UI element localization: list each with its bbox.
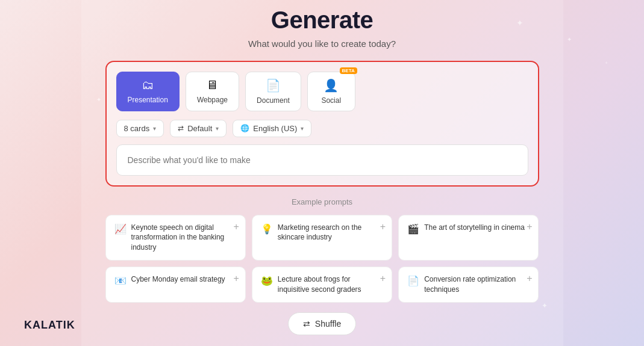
tab-document[interactable]: 📄 Document xyxy=(245,72,301,111)
webpage-icon: 🖥 xyxy=(206,78,218,92)
tab-social[interactable]: BETA 👤 Social xyxy=(307,72,355,111)
type-tabs-container: 🗂 Presentation 🖥 Webpage 📄 Document BETA… xyxy=(116,72,528,111)
cards-select[interactable]: 8 cards ▾ xyxy=(116,120,164,137)
prompt-icon-2: 💡 xyxy=(261,223,273,235)
page-background: ✦ ✦ + ✦ + ✦ Generate What would you like… xyxy=(0,0,644,346)
star-decoration: ✦ xyxy=(567,36,572,43)
prompt-add-1[interactable]: + xyxy=(233,221,239,232)
prompt-icon-3: 🎬 xyxy=(407,223,419,235)
prompt-icon-5: 🐸 xyxy=(261,275,273,286)
page-subtitle: What would you like to create today? xyxy=(248,39,396,49)
prompt-card-4[interactable]: 📧 Cyber Monday email strategy + xyxy=(105,267,246,303)
prompts-grid: 📈 Keynote speech on digital transformati… xyxy=(105,215,539,303)
prompt-card-2[interactable]: 💡 Marketing research on the skincare ind… xyxy=(252,215,392,261)
layout-icon: ⇄ xyxy=(178,124,184,132)
prompt-add-2[interactable]: + xyxy=(380,221,386,232)
language-flag-icon: 🌐 xyxy=(240,124,249,132)
language-value: English (US) xyxy=(253,124,297,133)
cards-value: 8 cards xyxy=(124,124,150,133)
shuffle-button[interactable]: ⇄ Shuffle xyxy=(288,312,356,335)
prompt-text-1: Keynote speech on digital transformation… xyxy=(131,223,237,253)
prompt-card-3[interactable]: 🎬 The art of storytelling in cinema + xyxy=(398,215,539,261)
prompt-add-5[interactable]: + xyxy=(380,273,386,284)
beta-badge: BETA xyxy=(340,67,357,74)
main-content: Generate What would you like to create t… xyxy=(81,0,563,346)
prompt-text-2: Marketing research on the skincare indus… xyxy=(278,223,383,243)
creation-panel: 🗂 Presentation 🖥 Webpage 📄 Document BETA… xyxy=(105,61,539,187)
prompt-card-1[interactable]: 📈 Keynote speech on digital transformati… xyxy=(105,215,246,261)
cards-caret-icon: ▾ xyxy=(153,125,156,132)
app-logo: KALATIK xyxy=(24,319,75,332)
presentation-icon: 🗂 xyxy=(142,78,154,92)
shuffle-icon: ⇄ xyxy=(303,319,310,329)
prompt-card-5[interactable]: 🐸 Lecture about frogs for inquisitive se… xyxy=(252,267,392,303)
prompt-add-3[interactable]: + xyxy=(527,221,532,232)
social-icon: 👤 xyxy=(324,78,339,93)
tab-presentation[interactable]: 🗂 Presentation xyxy=(116,72,180,111)
tab-webpage-label: Webpage xyxy=(197,96,228,104)
prompt-icon-6: 📄 xyxy=(407,275,419,286)
prompt-text-3: The art of storytelling in cinema xyxy=(424,223,525,233)
tab-social-label: Social xyxy=(321,96,341,105)
layout-select[interactable]: ⇄ Default ▾ xyxy=(170,120,227,137)
prompt-add-6[interactable]: + xyxy=(527,273,532,284)
prompt-card-6[interactable]: 📄 Conversion rate optimization technique… xyxy=(398,267,539,303)
prompt-text-6: Conversion rate optimization techniques xyxy=(424,274,530,295)
language-caret-icon: ▾ xyxy=(301,125,304,132)
prompt-text-5: Lecture about frogs for inquisitive seco… xyxy=(278,274,383,295)
controls-row: 8 cards ▾ ⇄ Default ▾ 🌐 English (US) ▾ xyxy=(116,120,528,137)
prompt-text-4: Cyber Monday email strategy xyxy=(131,274,225,285)
shuffle-label: Shuffle xyxy=(315,319,341,329)
prompt-input[interactable] xyxy=(116,144,528,176)
tab-webpage[interactable]: 🖥 Webpage xyxy=(186,72,239,111)
prompt-add-4[interactable]: + xyxy=(233,273,239,284)
examples-label: Example prompts xyxy=(292,197,352,206)
language-select[interactable]: 🌐 English (US) ▾ xyxy=(233,120,311,137)
layout-caret-icon: ▾ xyxy=(216,125,219,132)
page-title: Generate xyxy=(271,7,373,34)
star-decoration: + xyxy=(605,60,608,66)
prompt-icon-4: 📧 xyxy=(114,275,127,286)
layout-value: Default xyxy=(187,124,212,133)
document-icon: 📄 xyxy=(266,78,281,93)
tab-presentation-label: Presentation xyxy=(128,96,168,104)
prompt-icon-1: 📈 xyxy=(114,223,127,235)
tab-document-label: Document xyxy=(257,96,290,105)
